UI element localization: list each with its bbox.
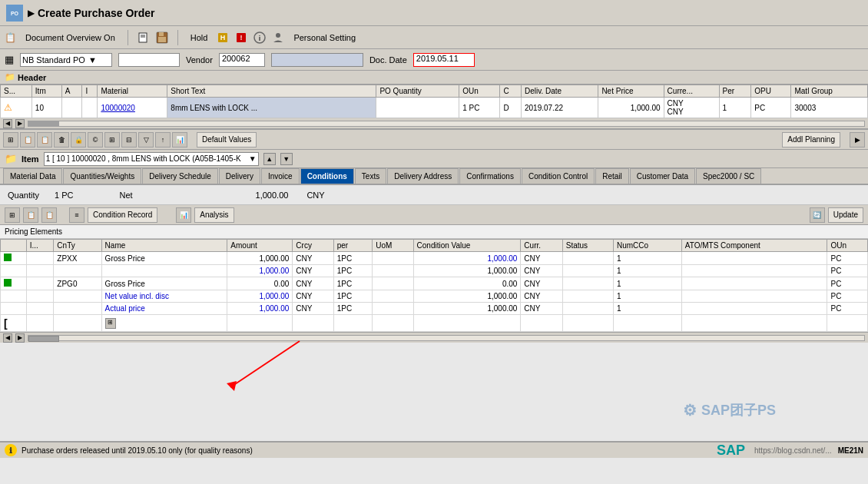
- tab-confirmations[interactable]: Confirmations: [459, 168, 521, 184]
- new-icon[interactable]: [137, 31, 150, 44]
- tab-bar: Material Data Quantities/Weights Deliver…: [0, 168, 868, 185]
- p-per-2: 1PC: [333, 265, 372, 277]
- update-btn[interactable]: Update: [828, 207, 863, 223]
- actual-price-link[interactable]: Actual price: [105, 304, 145, 313]
- p-i-2: [26, 265, 54, 277]
- pricing-row-1: ZPXX Gross Price 1,000.00 CNY 1PC 1,000.…: [1, 252, 868, 265]
- h-scroll-track[interactable]: [28, 335, 865, 341]
- p-empty-8: [373, 315, 413, 332]
- item-dropdown[interactable]: 1 [ 10 ] 10000020 , 8mm LENS with LOCK (…: [44, 152, 259, 166]
- hold-icon[interactable]: H: [217, 31, 229, 44]
- tb2-icon-6[interactable]: ⊟: [121, 132, 137, 148]
- tab-customer-data[interactable]: Customer Data: [630, 168, 695, 184]
- tb2-icon-8[interactable]: 📊: [172, 132, 187, 148]
- h-scroll-right[interactable]: ▶: [15, 333, 25, 343]
- tb2-icon-filter[interactable]: ▽: [138, 132, 154, 148]
- tab-quantities[interactable]: Quantities/Weights: [63, 168, 141, 184]
- p-per-4: 1PC: [333, 290, 372, 303]
- tb2-icon-9[interactable]: ▶: [850, 132, 865, 148]
- net-value-link[interactable]: Net value incl. disc: [105, 292, 169, 300]
- analysis-chart-icon[interactable]: 📊: [176, 207, 191, 223]
- tab-spec2000[interactable]: Spec2000 / SC: [696, 168, 761, 184]
- tab-invoice[interactable]: Invoice: [261, 168, 300, 184]
- cond-record-icon[interactable]: ≡: [69, 207, 84, 223]
- tx-code: ME21N: [838, 446, 863, 455]
- error-icon[interactable]: !: [235, 31, 247, 44]
- p-indicator-5: [1, 303, 27, 315]
- po-table: S... Itm A I Material Short Text PO Quan…: [0, 85, 868, 118]
- cell-po-qty: [376, 98, 459, 118]
- po-number-input[interactable]: [118, 53, 180, 67]
- tab-delivery[interactable]: Delivery: [219, 168, 260, 184]
- po-type-dropdown[interactable]: NB Standard PO ▼: [20, 53, 112, 67]
- hold-btn[interactable]: Hold: [187, 31, 211, 44]
- cond-icon-2[interactable]: 📋: [23, 207, 38, 223]
- personal-setting-icon[interactable]: [272, 31, 284, 44]
- col-net-price: Net Price: [598, 85, 664, 98]
- scroll-left-btn[interactable]: ◀: [3, 119, 12, 128]
- doc-date-input[interactable]: 2019.05.11: [413, 53, 475, 67]
- col-matl-group: Matl Group: [791, 85, 868, 98]
- p-condval-4: 1,000.00: [413, 290, 521, 303]
- p-status-5: [562, 303, 613, 315]
- col-itm: Itm: [31, 85, 61, 98]
- tb2-icon-del[interactable]: 🗑: [54, 132, 69, 148]
- tab-delivery-address[interactable]: Delivery Address: [387, 168, 459, 184]
- tab-condition-control[interactable]: Condition Control: [522, 168, 595, 184]
- condition-record-btn[interactable]: Condition Record: [88, 207, 157, 223]
- status-message: Purchase orders released until 2019.05.1…: [22, 446, 253, 455]
- item-nav-up[interactable]: ▲: [263, 153, 276, 165]
- cell-material[interactable]: 10000020: [98, 98, 167, 118]
- watermark: ⚙ SAP团子PS: [683, 401, 776, 419]
- personal-setting-btn[interactable]: Personal Setting: [290, 31, 359, 44]
- item-nav-down[interactable]: ▼: [280, 153, 293, 165]
- tb2-icon-copy[interactable]: ©: [88, 132, 103, 148]
- p-per-5: 1PC: [333, 303, 372, 315]
- scroll-right-btn[interactable]: ▶: [15, 119, 25, 128]
- scroll-track[interactable]: [28, 121, 865, 127]
- svg-text:i: i: [259, 35, 261, 42]
- info-icon[interactable]: i: [253, 31, 266, 44]
- p-name-4: Net value incl. disc: [101, 290, 227, 303]
- cond-icon-3[interactable]: 📋: [41, 207, 57, 223]
- save-icon[interactable]: [156, 31, 168, 44]
- update-icon[interactable]: 🔄: [810, 207, 825, 223]
- tb2-icon-1[interactable]: ⊞: [3, 132, 18, 148]
- pcol-amount: Amount: [227, 240, 293, 252]
- header-label[interactable]: Header: [18, 73, 46, 82]
- addl-planning-btn[interactable]: Addl Planning: [782, 132, 840, 148]
- material-link[interactable]: 10000020: [101, 104, 135, 112]
- tab-retail[interactable]: Retail: [595, 168, 629, 184]
- h-scroll-left[interactable]: ◀: [3, 333, 12, 343]
- cond-icon-1[interactable]: ⊞: [5, 207, 20, 223]
- pricing-row-4: Net value incl. disc 1,000.00 CNY 1PC 1,…: [1, 290, 868, 303]
- tab-delivery-schedule[interactable]: Delivery Schedule: [142, 168, 218, 184]
- vendor-name-input[interactable]: [271, 53, 363, 67]
- tb2-icon-5[interactable]: ⊞: [104, 132, 120, 148]
- tb2-icon-lock[interactable]: 🔒: [71, 132, 86, 148]
- p-empty-4: ⊞: [101, 315, 227, 332]
- p-empty-14: [827, 315, 868, 332]
- tb2-icon-2[interactable]: 📋: [20, 132, 35, 148]
- p-curr-5: CNY: [521, 303, 562, 315]
- vendor-id-input[interactable]: 200062: [219, 53, 265, 67]
- item-folder-icon: 📁: [5, 153, 17, 164]
- tab-material-data[interactable]: Material Data: [3, 168, 62, 184]
- bottom-scroll: ◀ ▶: [0, 332, 868, 343]
- p-i-5: [26, 303, 54, 315]
- cell-itm: 10: [31, 98, 61, 118]
- tab-texts[interactable]: Texts: [355, 168, 386, 184]
- cell-per: 1: [719, 98, 751, 118]
- pcol-numcco: NumCCo: [613, 240, 681, 252]
- analysis-btn[interactable]: Analysis: [194, 207, 234, 223]
- default-values-btn[interactable]: Default Values: [197, 132, 257, 148]
- title-bar: PO ▶ Create Purchase Order: [0, 0, 868, 26]
- p-uom-5: [373, 303, 413, 315]
- item-dropdown-arrow: ▼: [249, 154, 257, 163]
- p-numcco-3: 1: [613, 277, 681, 290]
- tab-conditions[interactable]: Conditions: [300, 168, 354, 184]
- doc-overview-btn[interactable]: Document Overview On: [22, 31, 118, 44]
- tb2-icon-3[interactable]: 📋: [37, 132, 52, 148]
- svg-line-15: [230, 341, 300, 387]
- tb2-icon-7[interactable]: ↑: [155, 132, 171, 148]
